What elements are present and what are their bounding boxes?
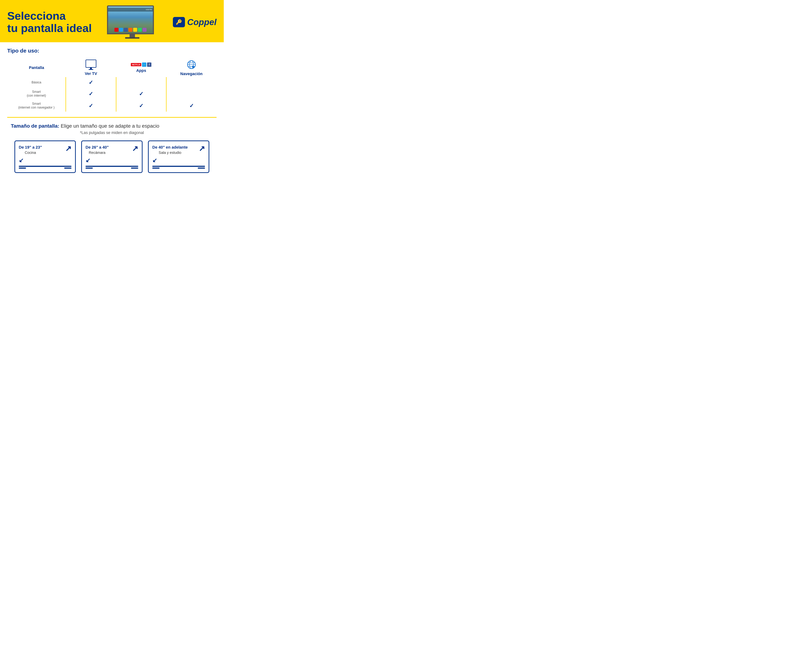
tv-card-text-medium: De 26" a 40" Recámara bbox=[85, 145, 109, 155]
tv-foot-right bbox=[64, 168, 72, 169]
basica-ver-tv: ✓ bbox=[66, 77, 116, 88]
tv-icon bbox=[85, 60, 96, 70]
col-ver-tv-header: Ver TV bbox=[69, 60, 112, 76]
twitter-icon: 🐦 bbox=[142, 63, 147, 67]
comparison-table: Pantalla Ver TV bbox=[7, 57, 217, 112]
key-icon: 🔑 bbox=[176, 19, 182, 25]
col-navegacion-header: Navegación bbox=[170, 59, 213, 76]
tv-room-label: Cocina bbox=[25, 151, 36, 154]
tv-size-label: De 26" a 40" bbox=[85, 145, 109, 150]
tv-base-line bbox=[152, 166, 205, 167]
tv-app-bar bbox=[114, 28, 147, 32]
arrow-down-left-icon: ↗ bbox=[85, 157, 90, 164]
tv-base-line bbox=[19, 166, 72, 167]
svg-marker-5 bbox=[192, 65, 195, 68]
check-icon: ✓ bbox=[89, 91, 93, 97]
tv-app-1 bbox=[128, 28, 133, 32]
smart-nav-ver-tv: ✓ bbox=[66, 99, 116, 112]
apps-label: Apps bbox=[136, 68, 146, 73]
tv-hero-image: 4:06 PM bbox=[107, 5, 157, 39]
tv-stand bbox=[130, 34, 135, 37]
tamano-title: Tamaño de pantalla: Elige un tamaño que … bbox=[11, 123, 213, 129]
arrow-down-left-icon: ↗ bbox=[152, 157, 157, 164]
pantalla-smart-internet: Smart(con internet) bbox=[7, 88, 66, 99]
check-icon: ✓ bbox=[89, 103, 93, 109]
header-banner: Selecciona tu pantalla ideal 4:06 PM 🔑 bbox=[0, 0, 224, 42]
tv-app-netflix bbox=[114, 28, 118, 32]
check-icon: ✓ bbox=[139, 91, 143, 97]
arrow-up-right-icon: ↗ bbox=[132, 145, 138, 152]
tv-time: 4:06 PM bbox=[146, 9, 152, 11]
tv-feet bbox=[19, 168, 72, 169]
pantalla-basica: Básica bbox=[7, 77, 66, 88]
coppel-logo: 🔑 Coppel bbox=[173, 17, 217, 27]
basica-navegacion bbox=[166, 77, 217, 88]
tv-room-label: Recámara bbox=[89, 151, 105, 154]
tv-card-bottom: ↗ bbox=[19, 157, 72, 164]
check-icon: ✓ bbox=[89, 80, 93, 86]
tv-foot-right bbox=[131, 168, 138, 169]
tv-app-3 bbox=[138, 28, 142, 32]
coppel-logo-box: 🔑 bbox=[173, 17, 185, 27]
tv-base-line bbox=[85, 166, 138, 167]
smart-internet-ver-tv: ✓ bbox=[66, 88, 116, 99]
smart-internet-navegacion bbox=[166, 88, 217, 99]
yellow-divider bbox=[7, 117, 217, 118]
tv-app-facebook bbox=[124, 28, 128, 32]
main-headline: Selecciona tu pantalla ideal bbox=[7, 10, 92, 34]
tipo-uso-title: Tipo de uso: bbox=[7, 47, 217, 54]
tv-size-label: De 40" en adelante bbox=[152, 145, 188, 150]
tv-foot-right bbox=[198, 168, 205, 169]
tv-feet bbox=[152, 168, 205, 169]
smart-nav-navegacion: ✓ bbox=[166, 99, 217, 112]
tv-room-label: Sala y estudio bbox=[159, 151, 182, 154]
tv-size-label: De 19" a 23" bbox=[19, 145, 42, 150]
table-row: Básica ✓ bbox=[7, 77, 217, 88]
basica-apps bbox=[116, 77, 166, 88]
tv-app-2 bbox=[133, 28, 137, 32]
tv-card-content: De 19" a 23" Cocina ↗ bbox=[19, 145, 72, 155]
navegacion-label: Navegación bbox=[180, 72, 203, 76]
check-icon: ✓ bbox=[139, 103, 143, 109]
arrow-up-right-icon: ↗ bbox=[65, 145, 72, 152]
tipo-uso-section: Tipo de uso: Pantalla Ver bbox=[7, 47, 217, 112]
tv-size-cards: De 19" a 23" Cocina ↗ ↗ De bbox=[11, 141, 213, 173]
netflix-icon: NETFLIX bbox=[131, 63, 141, 66]
tv-size-card-large: De 40" en adelante Sala y estudio ↗ ↗ bbox=[148, 141, 209, 173]
tv-icon-base bbox=[89, 69, 93, 70]
tv-card-content: De 26" a 40" Recámara ↗ bbox=[85, 145, 138, 155]
tv-card-bottom: ↗ bbox=[152, 157, 205, 164]
tv-card-text-small: De 19" a 23" Cocina bbox=[19, 145, 42, 155]
tv-icon-small bbox=[85, 60, 96, 68]
arrow-up-right-icon: ↗ bbox=[199, 145, 205, 152]
tamano-section: Tamaño de pantalla: Elige un tamaño que … bbox=[7, 123, 217, 173]
tv-feet bbox=[85, 168, 138, 169]
tv-foot-left bbox=[152, 168, 160, 169]
tamano-title-regular: Elige un tamaño que se adapte a tu espac… bbox=[60, 123, 159, 129]
tv-card-bottom: ↗ bbox=[85, 157, 138, 164]
table-row: Smart(internet con navegador ) ✓ ✓ ✓ bbox=[7, 99, 217, 112]
coppel-brand-name: Coppel bbox=[187, 17, 217, 27]
tv-ui-bar: 4:06 PM bbox=[108, 8, 153, 12]
col-pantalla-header: Pantalla bbox=[29, 65, 44, 70]
ver-tv-label: Ver TV bbox=[85, 71, 97, 76]
tv-size-card-small: De 19" a 23" Cocina ↗ ↗ bbox=[14, 141, 76, 173]
smart-internet-apps: ✓ bbox=[116, 88, 166, 99]
table-row: Smart(con internet) ✓ ✓ bbox=[7, 88, 217, 99]
check-icon: ✓ bbox=[189, 103, 194, 109]
facebook-icon: f bbox=[147, 63, 151, 67]
tv-foot-left bbox=[85, 168, 93, 169]
tamano-title-bold: Tamaño de pantalla: bbox=[11, 123, 60, 129]
tv-app-4 bbox=[142, 28, 147, 32]
globe-icon bbox=[186, 59, 197, 70]
tv-icon-stand bbox=[90, 68, 92, 69]
tv-card-content: De 40" en adelante Sala y estudio ↗ bbox=[152, 145, 205, 155]
smart-nav-apps: ✓ bbox=[116, 99, 166, 112]
tv-size-card-medium: De 26" a 40" Recámara ↗ ↗ bbox=[81, 141, 142, 173]
tv-body: 4:06 PM bbox=[107, 5, 154, 34]
tamano-subtitle: *Las pulgadas se miden en diagonal bbox=[11, 130, 213, 135]
tv-foot-left bbox=[19, 168, 26, 169]
main-content: Tipo de uso: Pantalla Ver bbox=[0, 42, 224, 178]
tv-base bbox=[125, 37, 139, 39]
pantalla-smart-navegador: Smart(internet con navegador ) bbox=[7, 99, 66, 112]
